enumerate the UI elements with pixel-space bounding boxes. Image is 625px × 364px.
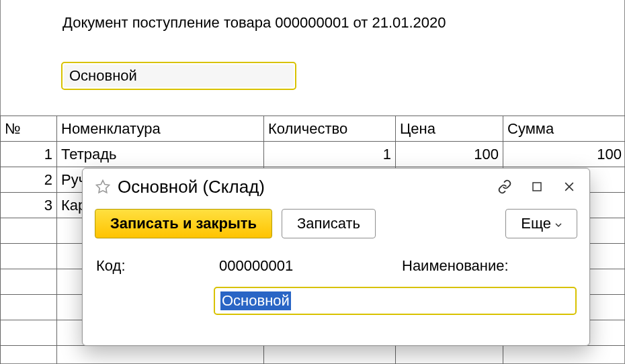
link-icon[interactable] xyxy=(495,177,514,196)
items-table-header: № Номенклатура Количество Цена Сумма xyxy=(1,116,626,142)
dialog-titlebar[interactable]: Основной (Склад) xyxy=(83,169,589,205)
more-button[interactable]: Еще xyxy=(505,209,577,238)
code-label: Код: xyxy=(96,257,214,275)
col-header-price[interactable]: Цена xyxy=(396,116,503,142)
dialog-toolbar: Записать и закрыть Записать Еще xyxy=(83,205,589,238)
document-title: Документ поступление товара 000000001 от… xyxy=(62,14,446,32)
chevron-down-icon xyxy=(555,222,562,228)
maximize-icon[interactable] xyxy=(528,177,546,196)
warehouse-pill-value: Основной xyxy=(69,67,137,85)
star-icon[interactable] xyxy=(95,179,111,195)
warehouse-pill[interactable]: Основной xyxy=(61,62,296,90)
name-label: Наименование: xyxy=(402,257,577,275)
dialog-title: Основной (Склад) xyxy=(118,177,495,197)
col-header-sum[interactable]: Сумма xyxy=(503,116,626,142)
col-header-qty[interactable]: Количество xyxy=(264,116,396,142)
cell-name[interactable]: Тетрадь xyxy=(57,142,264,167)
name-input-value: Основной xyxy=(220,291,291,311)
svg-rect-0 xyxy=(533,183,541,191)
cell-num[interactable]: 3 xyxy=(1,193,57,218)
col-header-name[interactable]: Номенклатура xyxy=(57,116,264,142)
save-button[interactable]: Записать xyxy=(282,209,376,238)
cell-qty[interactable]: 1 xyxy=(264,142,396,167)
name-input[interactable]: Основной xyxy=(214,287,577,315)
cell-price[interactable]: 100 xyxy=(396,142,503,167)
warehouse-dialog: Основной (Склад) xyxy=(82,168,590,346)
dialog-form: Код: 000000001 Наименование: Основной xyxy=(83,238,589,315)
close-icon[interactable] xyxy=(560,177,579,196)
col-header-num[interactable]: № xyxy=(1,116,57,142)
cell-num[interactable]: 2 xyxy=(1,167,57,193)
table-row[interactable]: 1 Тетрадь 1 100 100 xyxy=(1,142,626,167)
more-button-label: Еще xyxy=(521,215,551,232)
cell-sum[interactable]: 100 xyxy=(503,142,626,167)
cell-num[interactable]: 1 xyxy=(1,142,57,167)
code-value: 000000001 xyxy=(214,255,402,277)
save-close-button[interactable]: Записать и закрыть xyxy=(95,209,272,238)
